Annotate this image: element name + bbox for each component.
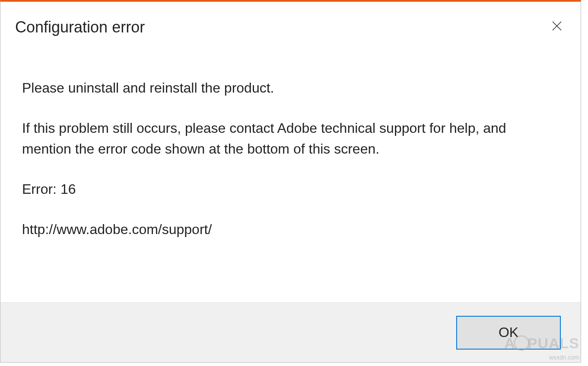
ok-button[interactable]: OK: [456, 316, 561, 350]
message-line-2: If this problem still occurs, please con…: [22, 118, 559, 159]
dialog-footer: OK: [0, 302, 581, 362]
error-code: Error: 16: [22, 179, 559, 199]
close-icon: [550, 19, 563, 32]
dialog-content: Please uninstall and reinstall the produ…: [0, 43, 581, 302]
dialog-title: Configuration error: [15, 18, 145, 36]
error-dialog: Configuration error Please uninstall and…: [0, 0, 581, 363]
support-url: http://www.adobe.com/support/: [22, 219, 559, 240]
titlebar: Configuration error: [0, 2, 581, 43]
message-line-1: Please uninstall and reinstall the produ…: [22, 78, 559, 98]
close-button[interactable]: [547, 16, 567, 36]
